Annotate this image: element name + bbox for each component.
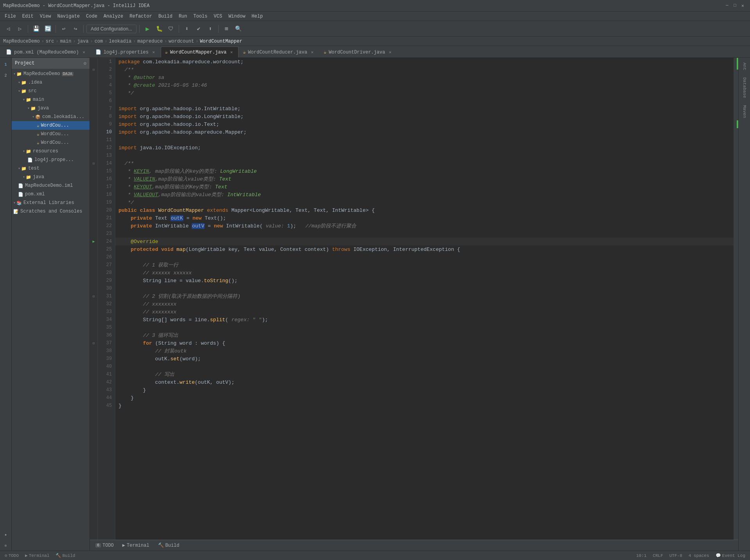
menu-tools[interactable]: Tools [190, 13, 211, 20]
code-editor[interactable]: ⊟ ⊟ [90, 58, 738, 540]
menu-navigate[interactable]: Navigate [54, 13, 83, 20]
tree-item-reducer[interactable]: ☕ WordCou... [12, 130, 90, 138]
gutter-14[interactable]: ⊟ [90, 159, 97, 167]
tree-item-driver[interactable]: ☕ WordCou... [12, 138, 90, 147]
tab-wordcount-reducer[interactable]: ☕ WordCountReducer.java ✕ [239, 47, 319, 57]
run-gutter-24[interactable]: ▶ [92, 239, 95, 244]
menu-window[interactable]: Window [225, 13, 248, 20]
tree-item-main[interactable]: ▾ 📁 main [12, 95, 90, 104]
terminal-tab[interactable]: ▶ Terminal [118, 541, 153, 550]
project-panel-gear[interactable]: ⚙ [84, 61, 86, 66]
status-indent[interactable]: 4 spaces [687, 553, 711, 558]
breadcrumb-class[interactable]: WordCountMapper [200, 39, 242, 44]
status-terminal-item[interactable]: ▶ Terminal [23, 553, 51, 558]
fold-icon-31[interactable]: ⊟ [93, 294, 95, 299]
breadcrumb-java[interactable]: java [77, 39, 89, 44]
menu-code[interactable]: Code [83, 13, 100, 20]
tree-item-test-java[interactable]: ▾ 📁 java [12, 173, 90, 181]
tree-item-scratches[interactable]: 📝 Scratches and Consoles [12, 207, 90, 216]
menu-help[interactable]: Help [248, 13, 266, 20]
toolbar-redo-btn[interactable]: ↪ [70, 24, 81, 34]
breadcrumb-src[interactable]: src [46, 39, 54, 44]
menu-analyze[interactable]: Analyze [100, 13, 126, 20]
tab-close-mapper[interactable]: ✕ [229, 50, 234, 55]
tree-item-package[interactable]: ▾ 📦 com.leokadia... [12, 113, 90, 121]
project-icon[interactable]: 1 [1, 59, 11, 70]
menu-file[interactable]: File [2, 13, 19, 20]
menu-build[interactable]: Build [155, 13, 176, 20]
toolbar-back-btn[interactable]: ◁ [3, 24, 13, 34]
breadcrumb-wordcount[interactable]: wordcount [169, 39, 194, 44]
tab-close-pom[interactable]: ✕ [81, 50, 87, 55]
status-encoding[interactable]: UTF-8 [668, 553, 684, 558]
add-configuration-button[interactable]: Add Configuration... [86, 25, 136, 33]
gutter-37[interactable]: ⊟ [90, 339, 97, 347]
status-position[interactable]: 10:1 [635, 553, 648, 558]
status-event-log[interactable]: 💬 Event Log [714, 553, 747, 558]
tab-log4j[interactable]: 📄 log4j.properties ✕ [91, 47, 161, 57]
breadcrumb-mapreduce[interactable]: mapreduce [137, 39, 163, 44]
minimize-button[interactable]: ─ [726, 3, 731, 9]
run-button[interactable]: ▶ [142, 24, 153, 34]
vcs-push-btn[interactable]: ⬆ [205, 24, 215, 34]
coverage-button[interactable]: 🛡 [166, 24, 176, 34]
tree-item-iml[interactable]: 📄 MapReduceDemo.iml [12, 181, 90, 190]
gutter-24[interactable]: ▶ [90, 238, 97, 245]
toolbar-fwd-btn[interactable]: ▷ [15, 24, 25, 34]
tree-item-pom[interactable]: 📄 pom.xml [12, 190, 90, 199]
breadcrumb-main[interactable]: main [60, 39, 72, 44]
maven-label[interactable]: Maven [742, 102, 747, 121]
toolbar-save-btn[interactable]: 💾 [31, 24, 41, 34]
fold-icon-2[interactable]: ⊟ [93, 68, 95, 72]
search-everywhere-btn[interactable]: 🔍 [233, 24, 243, 34]
tab-close-reducer[interactable]: ✕ [310, 50, 315, 55]
fold-icon-37[interactable]: ⊟ [93, 341, 95, 345]
todo-side-icon[interactable]: ⊙ [1, 540, 11, 551]
tree-item-idea[interactable]: ▾ 📁 .idea [12, 78, 90, 87]
status-build-item[interactable]: 🔨 Build [54, 553, 77, 558]
menu-refactor[interactable]: Refactor [126, 13, 155, 20]
ant-label[interactable]: Ant [742, 59, 747, 73]
toolbar-undo-btn[interactable]: ↩ [59, 24, 69, 34]
fold-icon-14[interactable]: ⊟ [93, 161, 95, 166]
status-line-sep[interactable]: CRLF [651, 553, 664, 558]
tab-wordcount-driver[interactable]: ☕ WordCountDriver.java ✕ [319, 47, 397, 57]
tree-item-test[interactable]: ▾ 📁 test [12, 164, 90, 173]
tree-item-src[interactable]: ▾ 📁 src [12, 87, 90, 95]
breadcrumb-project[interactable]: MapReduceDemo [3, 39, 40, 44]
vcs-update-btn[interactable]: ⬇ [182, 24, 192, 34]
tree-item-java[interactable]: ▾ 📁 java [12, 104, 90, 113]
tab-close-log4j[interactable]: ✕ [151, 50, 156, 55]
structure-icon[interactable]: 2 [1, 70, 11, 81]
window-controls[interactable]: ─ □ ✕ [726, 3, 747, 9]
menu-edit[interactable]: Edit [19, 13, 37, 20]
build-tab[interactable]: 🔨 Build [154, 541, 183, 550]
favorites-icon[interactable]: ★ [1, 530, 11, 540]
tree-item-root[interactable]: ▾ 📁 MapReduceDemo DAJA [12, 70, 90, 78]
menu-view[interactable]: View [37, 13, 54, 20]
menu-run[interactable]: Run [176, 13, 190, 20]
tree-item-log4j[interactable]: 📄 log4j.prope... [12, 156, 90, 164]
code-content[interactable]: package com.leokadia.mapreduce.wordcount… [115, 58, 734, 540]
maximize-button[interactable]: □ [734, 3, 739, 9]
tree-item-mapper[interactable]: ☕ WordCou... [12, 121, 90, 130]
tab-pom-xml[interactable]: 📄 pom.xml (MapReduceDemo) ✕ [2, 47, 91, 57]
toolbar: ◁ ▷ 💾 🔄 ↩ ↪ Add Configuration... ▶ 🐛 🛡 ⬇… [0, 21, 750, 37]
database-label[interactable]: Database [742, 74, 747, 101]
breadcrumb-leokadia[interactable]: leokadia [109, 39, 131, 44]
tree-item-ext-libs[interactable]: ▾ 📚 External Libraries [12, 199, 90, 207]
toolbar-sync-btn[interactable]: 🔄 [43, 24, 53, 34]
gutter-31[interactable]: ⊟ [90, 292, 97, 300]
menu-vcs[interactable]: VCS [211, 13, 226, 20]
tab-close-driver[interactable]: ✕ [388, 50, 393, 55]
close-button[interactable]: ✕ [741, 3, 747, 9]
tab-wordcount-mapper[interactable]: ☕ WordCountMapper.java ✕ [161, 47, 239, 57]
terminal-btn[interactable]: ⊞ [221, 24, 231, 34]
status-todo-item[interactable]: ⊙ TODO [3, 553, 20, 558]
breadcrumb-com[interactable]: com [95, 39, 103, 44]
todo-tab[interactable]: 6 TODO [92, 541, 118, 550]
debug-button[interactable]: 🐛 [154, 24, 164, 34]
gutter-2[interactable]: ⊟ [90, 66, 97, 73]
tree-item-resources[interactable]: ▾ 📁 resources [12, 147, 90, 156]
vcs-commit-btn[interactable]: ✔ [194, 24, 204, 34]
